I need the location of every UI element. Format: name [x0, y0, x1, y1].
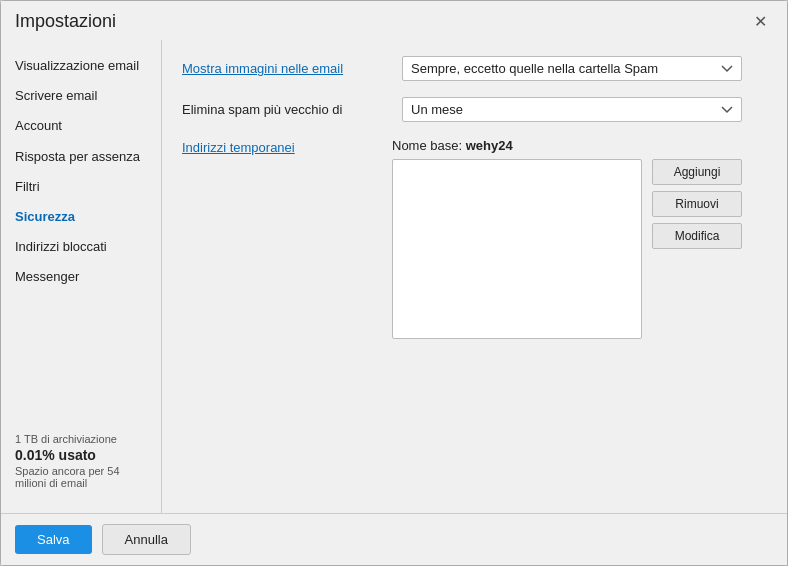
- sidebar-item-account[interactable]: Account: [1, 112, 161, 140]
- spam-age-select[interactable]: Un mese Due mesi Tre mesi Mai: [402, 97, 742, 122]
- temp-addresses-section: Indirizzi temporanei Nome base: wehy24 A…: [182, 138, 767, 339]
- sidebar-item-messenger[interactable]: Messenger: [1, 263, 161, 291]
- settings-dialog: Impostazioni ✕ Visualizzazione email Scr…: [0, 0, 788, 566]
- dialog-header: Impostazioni ✕: [1, 1, 787, 40]
- close-button[interactable]: ✕: [748, 12, 773, 32]
- base-name-value: wehy24: [466, 138, 513, 153]
- temp-addresses-label[interactable]: Indirizzi temporanei: [182, 140, 295, 155]
- storage-label: 1 TB di archiviazione: [15, 433, 147, 445]
- temp-label-col: Indirizzi temporanei: [182, 138, 392, 155]
- temp-action-buttons: Aggiungi Rimuovi Modifica: [652, 159, 742, 249]
- remove-address-button[interactable]: Rimuovi: [652, 191, 742, 217]
- show-images-select[interactable]: Sempre, eccetto quelle nella cartella Sp…: [402, 56, 742, 81]
- show-images-label[interactable]: Mostra immagini nelle email: [182, 61, 392, 76]
- temp-addresses-listbox[interactable]: [392, 159, 642, 339]
- spam-age-label: Elimina spam più vecchio di: [182, 102, 392, 117]
- cancel-button[interactable]: Annulla: [102, 524, 191, 555]
- add-address-button[interactable]: Aggiungi: [652, 159, 742, 185]
- sidebar-item-scrivere-email[interactable]: Scrivere email: [1, 82, 161, 110]
- storage-info: 1 TB di archiviazione 0.01% usato Spazio…: [1, 423, 161, 501]
- dialog-title: Impostazioni: [15, 11, 116, 32]
- edit-address-button[interactable]: Modifica: [652, 223, 742, 249]
- sidebar-item-sicurezza[interactable]: Sicurezza: [1, 203, 161, 231]
- storage-remaining: Spazio ancora per 54 milioni di email: [15, 465, 147, 489]
- base-name-prefix: Nome base:: [392, 138, 466, 153]
- dialog-footer: Salva Annulla: [1, 513, 787, 565]
- sidebar-item-risposta-per-assenza[interactable]: Risposta per assenza: [1, 143, 161, 171]
- dialog-body: Visualizzazione email Scrivere email Acc…: [1, 40, 787, 513]
- show-images-row: Mostra immagini nelle email Sempre, ecce…: [182, 56, 767, 81]
- save-button[interactable]: Salva: [15, 525, 92, 554]
- sidebar-item-visualizzazione-email[interactable]: Visualizzazione email: [1, 52, 161, 80]
- sidebar: Visualizzazione email Scrivere email Acc…: [1, 40, 161, 513]
- sidebar-item-filtri[interactable]: Filtri: [1, 173, 161, 201]
- spam-age-row: Elimina spam più vecchio di Un mese Due …: [182, 97, 767, 122]
- storage-used: 0.01% usato: [15, 447, 147, 463]
- temp-content: Nome base: wehy24 Aggiungi Rimuovi Modif…: [392, 138, 767, 339]
- base-name-row: Nome base: wehy24: [392, 138, 767, 153]
- temp-list-area: Aggiungi Rimuovi Modifica: [392, 159, 767, 339]
- sidebar-item-indirizzi-bloccati[interactable]: Indirizzi bloccati: [1, 233, 161, 261]
- content-area: Mostra immagini nelle email Sempre, ecce…: [162, 40, 787, 513]
